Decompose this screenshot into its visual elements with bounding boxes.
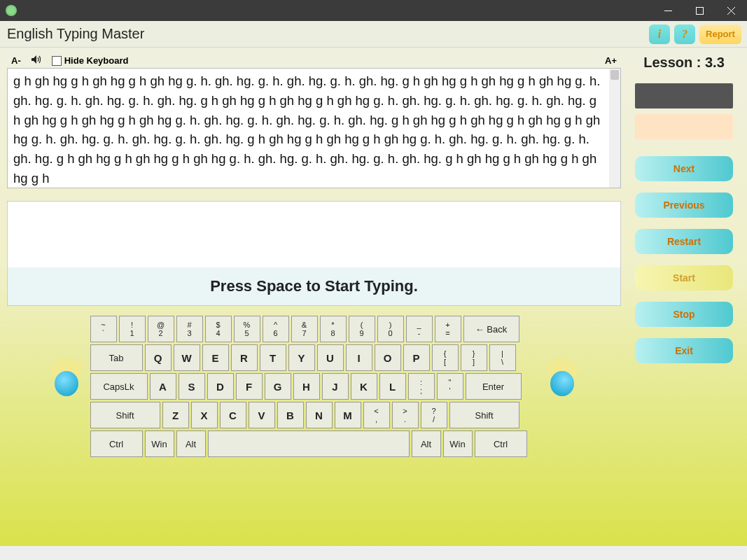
key-2[interactable]: @2 bbox=[148, 316, 174, 342]
key-a[interactable]: A bbox=[150, 373, 176, 400]
key-b[interactable]: B bbox=[277, 402, 304, 428]
key-enter[interactable]: Enter bbox=[466, 373, 522, 400]
app-icon bbox=[6, 5, 17, 16]
key-v[interactable]: V bbox=[249, 402, 275, 428]
key-alt-right[interactable]: Alt bbox=[412, 430, 441, 457]
key-h[interactable]: H bbox=[293, 373, 320, 400]
key-3[interactable]: #3 bbox=[176, 316, 203, 342]
key-ctrl-right[interactable]: Ctrl bbox=[475, 430, 527, 457]
key-p[interactable]: P bbox=[403, 344, 430, 371]
app-header: English Typing Master i ? Report bbox=[0, 21, 747, 48]
svg-rect-1 bbox=[697, 7, 704, 14]
key-alt-left[interactable]: Alt bbox=[176, 430, 206, 457]
hide-keyboard-checkbox[interactable]: Hide Keyboard bbox=[52, 55, 129, 66]
key-4[interactable]: $4 bbox=[205, 316, 232, 342]
key-ctrl-left[interactable]: Ctrl bbox=[90, 430, 143, 457]
main-area: A- Hide Keyboard A+ g h gh hg g h gh hg … bbox=[0, 48, 747, 546]
key-.[interactable]: >. bbox=[392, 402, 419, 428]
key-o[interactable]: O bbox=[375, 344, 401, 371]
lesson-label: Lesson : 3.3 bbox=[643, 55, 725, 71]
key-m[interactable]: M bbox=[335, 402, 361, 428]
key-/[interactable]: ?/ bbox=[421, 402, 447, 428]
key-g[interactable]: G bbox=[265, 373, 291, 400]
key-t[interactable]: T bbox=[260, 344, 286, 371]
key-s[interactable]: S bbox=[179, 373, 205, 400]
typing-area[interactable]: Press Space to Start Typing. bbox=[7, 201, 621, 306]
next-button[interactable]: Next bbox=[635, 156, 733, 181]
key-r[interactable]: R bbox=[231, 344, 258, 371]
key-y[interactable]: Y bbox=[288, 344, 315, 371]
key-`[interactable]: ~` bbox=[90, 316, 117, 342]
key-w[interactable]: W bbox=[174, 344, 200, 371]
key-d[interactable]: D bbox=[207, 373, 234, 400]
key-e[interactable]: E bbox=[202, 344, 229, 371]
key-;[interactable]: :; bbox=[408, 373, 435, 400]
key-shift-left[interactable]: Shift bbox=[90, 402, 160, 428]
key-space[interactable] bbox=[208, 430, 410, 457]
key-tab[interactable]: Tab bbox=[90, 344, 143, 371]
key-'[interactable]: "' bbox=[437, 373, 463, 400]
exit-button[interactable]: Exit bbox=[635, 338, 733, 363]
key-[[interactable]: {[ bbox=[432, 344, 459, 371]
font-increase[interactable]: A+ bbox=[605, 55, 617, 66]
key-1[interactable]: !1 bbox=[119, 316, 146, 342]
left-pane: A- Hide Keyboard A+ g h gh hg g h gh hg … bbox=[0, 48, 628, 546]
key-win-right[interactable]: Win bbox=[443, 430, 473, 457]
scrollbar-thumb[interactable] bbox=[610, 70, 619, 80]
display-box-1 bbox=[635, 83, 733, 108]
restart-button[interactable]: Restart bbox=[635, 229, 733, 254]
maximize-button[interactable] bbox=[684, 0, 715, 21]
key-capslock[interactable]: CapsLk bbox=[90, 373, 148, 400]
lesson-text-box[interactable]: g h gh hg g h gh hg g h gh hg g. h. gh. … bbox=[7, 68, 621, 188]
stop-button[interactable]: Stop bbox=[635, 302, 733, 327]
key-u[interactable]: U bbox=[317, 344, 344, 371]
app-title: English Typing Master bbox=[7, 26, 645, 42]
key-9[interactable]: (9 bbox=[349, 316, 375, 342]
key-backspace[interactable]: ← Back bbox=[463, 316, 519, 342]
close-button[interactable] bbox=[715, 0, 747, 21]
start-button[interactable]: Start bbox=[635, 265, 733, 290]
key-8[interactable]: *8 bbox=[320, 316, 347, 342]
window-titlebar bbox=[0, 0, 747, 21]
key-n[interactable]: N bbox=[306, 402, 333, 428]
key-\[interactable]: |\ bbox=[489, 344, 516, 371]
key-7[interactable]: &7 bbox=[291, 316, 318, 342]
help-button[interactable]: ? bbox=[674, 24, 695, 44]
key-f[interactable]: F bbox=[236, 373, 263, 400]
key--[interactable]: _- bbox=[406, 316, 433, 342]
key-5[interactable]: %5 bbox=[234, 316, 260, 342]
footer-spacer bbox=[0, 546, 747, 560]
key-][interactable]: }] bbox=[461, 344, 487, 371]
right-hand-icon bbox=[545, 354, 579, 396]
right-sidebar: Lesson : 3.3 Next Previous Restart Start… bbox=[628, 48, 747, 546]
key-l[interactable]: L bbox=[379, 373, 406, 400]
left-hand-icon bbox=[50, 354, 83, 396]
keyboard-wrap: ~`!1@2#3$4%5^6&7*8(9)0_-+=← Back TabQWER… bbox=[7, 316, 621, 459]
key-x[interactable]: X bbox=[191, 402, 218, 428]
font-decrease[interactable]: A- bbox=[11, 55, 21, 66]
typing-prompt: Press Space to Start Typing. bbox=[8, 267, 620, 305]
key-j[interactable]: J bbox=[322, 373, 349, 400]
scrollbar[interactable] bbox=[609, 69, 620, 188]
display-box-2 bbox=[635, 114, 733, 139]
key-k[interactable]: K bbox=[351, 373, 377, 400]
key-=[interactable]: += bbox=[435, 316, 461, 342]
key-shift-right[interactable]: Shift bbox=[449, 402, 519, 428]
key-,[interactable]: <, bbox=[363, 402, 390, 428]
key-win-left[interactable]: Win bbox=[145, 430, 174, 457]
report-button[interactable]: Report bbox=[699, 24, 741, 44]
key-z[interactable]: Z bbox=[162, 402, 189, 428]
info-button[interactable]: i bbox=[649, 24, 670, 44]
lesson-text-content: g h gh hg g h gh hg g h gh hg g. h. gh. … bbox=[13, 71, 615, 188]
key-q[interactable]: Q bbox=[145, 344, 172, 371]
minimize-button[interactable] bbox=[652, 0, 684, 21]
key-6[interactable]: ^6 bbox=[263, 316, 289, 342]
sound-icon[interactable] bbox=[31, 55, 42, 66]
key-0[interactable]: )0 bbox=[377, 316, 404, 342]
previous-button[interactable]: Previous bbox=[635, 192, 733, 218]
text-toolbar: A- Hide Keyboard A+ bbox=[7, 55, 621, 68]
virtual-keyboard: ~`!1@2#3$4%5^6&7*8(9)0_-+=← Back TabQWER… bbox=[90, 316, 538, 459]
key-c[interactable]: C bbox=[220, 402, 246, 428]
key-i[interactable]: I bbox=[346, 344, 372, 371]
